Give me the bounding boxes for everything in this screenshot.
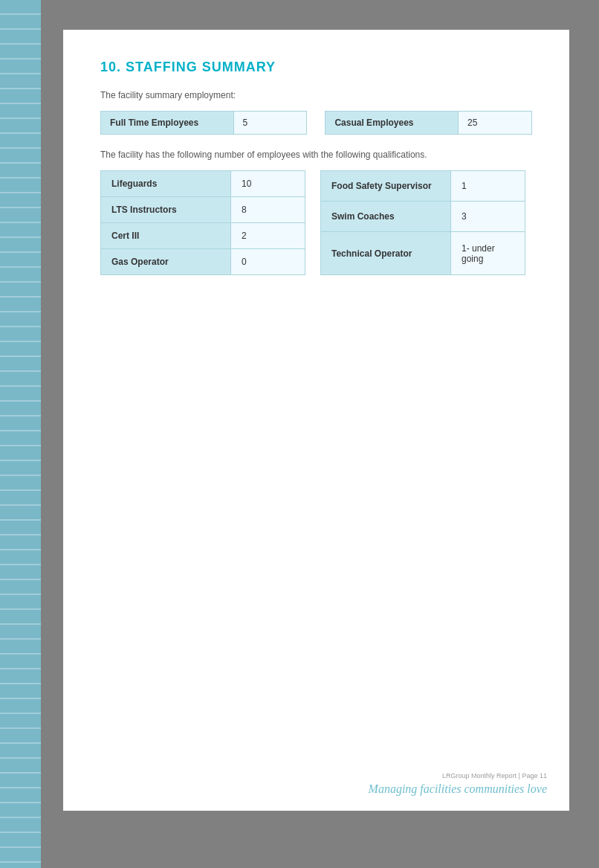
qual-value: 10 xyxy=(231,171,305,197)
qual-label: Cert III xyxy=(101,223,231,249)
qual-label: Technical Operator xyxy=(321,232,451,275)
qual-label: Food Safety Supervisor xyxy=(321,171,451,202)
qual-label: Lifeguards xyxy=(101,171,231,197)
footer-area: LRGroup Monthly Report | Page 11 Managin… xyxy=(369,772,547,796)
employment-value: 5 xyxy=(233,112,307,135)
employment-value: 25 xyxy=(458,112,531,135)
footer-tagline: Managing facilities communities love xyxy=(369,782,547,796)
section-title: 10. STAFFING SUMMARY xyxy=(100,60,532,75)
qual-label: Gas Operator xyxy=(101,249,231,275)
qualifications-wrapper: Lifeguards10LTS Instructors8Cert III2Gas… xyxy=(100,170,532,275)
main-content: 10. STAFFING SUMMARY The facility summar… xyxy=(41,0,599,868)
intro-qualifications-text: The facility has the following number of… xyxy=(100,150,532,160)
qual-label: Swim Coaches xyxy=(321,202,451,232)
employment-label: Casual Employees xyxy=(326,112,459,135)
page-content: 10. STAFFING SUMMARY The facility summar… xyxy=(63,30,569,811)
qual-value: 1- under going xyxy=(451,232,525,275)
qual-table-right: Food Safety Supervisor1Swim Coaches3Tech… xyxy=(320,170,525,275)
employment-label: Full Time Employees xyxy=(101,112,234,135)
qual-value: 2 xyxy=(231,223,305,249)
footer-report-text: LRGroup Monthly Report | Page 11 xyxy=(369,772,547,779)
qual-value: 1 xyxy=(451,171,525,202)
employment-table: Full Time Employees5Casual Employees25 xyxy=(100,111,532,135)
intro-employment-text: The facility summary employment: xyxy=(100,90,532,100)
qual-table-left: Lifeguards10LTS Instructors8Cert III2Gas… xyxy=(100,170,305,275)
left-sidebar xyxy=(0,0,41,868)
qual-value: 0 xyxy=(231,249,305,275)
qual-value: 3 xyxy=(451,202,525,232)
wave-pattern xyxy=(0,0,41,868)
employment-summary-row: Full Time Employees5Casual Employees25 xyxy=(100,111,532,135)
qual-value: 8 xyxy=(231,197,305,223)
qual-label: LTS Instructors xyxy=(101,197,231,223)
